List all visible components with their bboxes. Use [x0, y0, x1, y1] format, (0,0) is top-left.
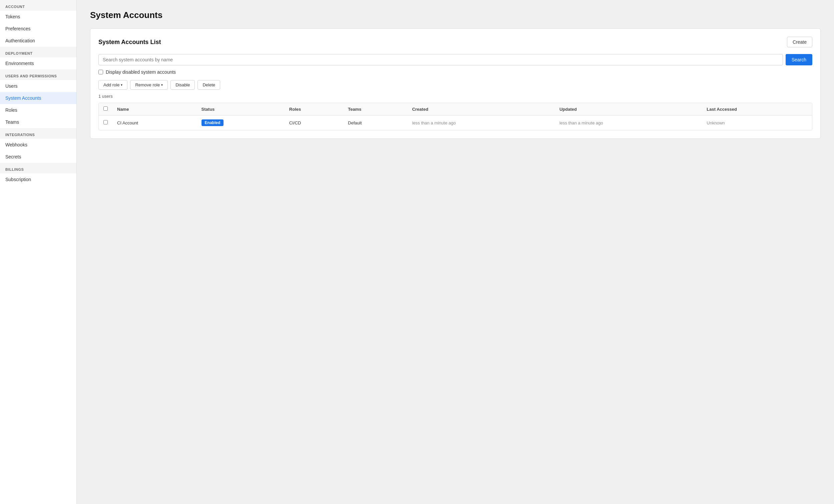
row-roles: CI/CD	[285, 115, 343, 130]
col-header-name: Name	[112, 103, 197, 115]
sidebar-section-label-billings: BILLINGS	[0, 163, 76, 173]
delete-button[interactable]: Delete	[197, 80, 220, 90]
search-button[interactable]: Search	[786, 54, 812, 65]
row-checkbox-cell-0	[99, 115, 112, 130]
sidebar-item-environments[interactable]: Environments	[0, 57, 76, 69]
row-teams: Default	[343, 115, 407, 130]
sidebar-section-label-account: ACCOUNT	[0, 0, 76, 11]
col-header-created: Created	[407, 103, 554, 115]
remove-role-chevron-icon: ▾	[161, 83, 163, 87]
create-button[interactable]: Create	[787, 37, 812, 47]
search-row: Search	[98, 54, 812, 65]
sidebar-item-users[interactable]: Users	[0, 80, 76, 92]
sidebar-item-roles[interactable]: Roles	[0, 104, 76, 116]
accounts-table: NameStatusRolesTeamsCreatedUpdatedLast A…	[99, 103, 812, 130]
display-disabled-checkbox[interactable]	[98, 70, 103, 74]
col-header-status: Status	[197, 103, 285, 115]
table-body: CI AccountEnabledCI/CDDefaultless than a…	[99, 115, 812, 130]
status-badge: Enabled	[201, 119, 224, 126]
col-header-last-accessed: Last Accessed	[702, 103, 812, 115]
sidebar-item-tokens[interactable]: Tokens	[0, 11, 76, 23]
sidebar-item-system-accounts[interactable]: System Accounts	[0, 92, 76, 104]
sidebar: ACCOUNTTokensPreferencesAuthenticationDE…	[0, 0, 77, 504]
col-header-roles: Roles	[285, 103, 343, 115]
row-checkbox-0[interactable]	[104, 120, 108, 125]
card-title: System Accounts List	[98, 39, 161, 46]
row-status: Enabled	[197, 115, 285, 130]
row-last-accessed: Unknown	[702, 115, 812, 130]
page-title: System Accounts	[90, 10, 821, 20]
add-role-chevron-icon: ▾	[121, 83, 123, 87]
sidebar-section-label-deployment: DEPLOYMENT	[0, 47, 76, 57]
actions-row: Add role▾Remove role▾DisableDelete	[98, 80, 812, 90]
user-count: 1 users	[98, 94, 812, 99]
sidebar-section-label-integrations: INTEGRATIONS	[0, 128, 76, 139]
system-accounts-card: System Accounts List Create Search Displ…	[90, 28, 821, 139]
header-checkbox-cell	[99, 103, 112, 115]
row-updated: less than a minute ago	[555, 115, 702, 130]
col-header-updated: Updated	[555, 103, 702, 115]
sidebar-item-subscription[interactable]: Subscription	[0, 173, 76, 185]
table-row: CI AccountEnabledCI/CDDefaultless than a…	[99, 115, 812, 130]
disable-button[interactable]: Disable	[171, 80, 195, 90]
row-name: CI Account	[112, 115, 197, 130]
col-header-teams: Teams	[343, 103, 407, 115]
accounts-table-wrapper: NameStatusRolesTeamsCreatedUpdatedLast A…	[98, 103, 812, 130]
disabled-accounts-row: Display disabled system accounts	[98, 69, 812, 75]
disabled-accounts-label: Display disabled system accounts	[106, 69, 176, 75]
sidebar-item-webhooks[interactable]: Webhooks	[0, 139, 76, 151]
sidebar-item-secrets[interactable]: Secrets	[0, 151, 76, 163]
sidebar-item-teams[interactable]: Teams	[0, 116, 76, 128]
card-header: System Accounts List Create	[98, 37, 812, 47]
sidebar-section-label-users-and-permissions: USERS AND PERMISSIONS	[0, 69, 76, 80]
add-role-button[interactable]: Add role▾	[98, 80, 127, 90]
search-input[interactable]	[98, 54, 783, 65]
remove-role-button[interactable]: Remove role▾	[130, 80, 168, 90]
main-content: System Accounts System Accounts List Cre…	[77, 0, 834, 504]
sidebar-item-preferences[interactable]: Preferences	[0, 23, 76, 35]
table-header: NameStatusRolesTeamsCreatedUpdatedLast A…	[99, 103, 812, 115]
select-all-checkbox[interactable]	[104, 106, 108, 111]
row-created: less than a minute ago	[407, 115, 554, 130]
sidebar-item-authentication[interactable]: Authentication	[0, 35, 76, 47]
